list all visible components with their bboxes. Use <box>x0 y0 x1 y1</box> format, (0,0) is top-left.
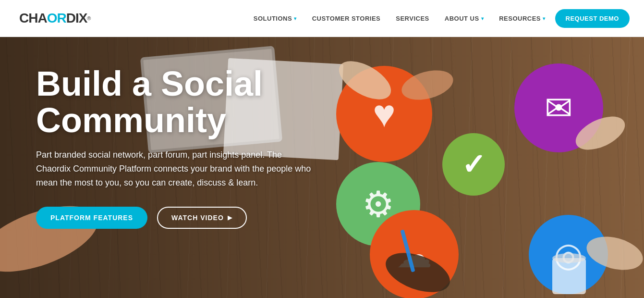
email-circle-decoration <box>514 63 603 152</box>
check-circle-decoration <box>442 133 505 196</box>
nav-services[interactable]: SERVICES <box>390 11 435 26</box>
watch-video-label: WATCH VIDEO <box>171 214 224 222</box>
logo-or: OR <box>47 11 66 26</box>
request-demo-button[interactable]: REQUEST DEMO <box>555 9 630 28</box>
hero-content: Build a Social Community Part branded so… <box>36 66 343 229</box>
wifi-circle-decoration <box>529 215 608 294</box>
nav-about-us[interactable]: ABOUT US ▾ <box>439 11 489 26</box>
chevron-down-icon: ▾ <box>294 16 297 21</box>
logo[interactable]: CHAORDIX® <box>19 11 90 26</box>
main-nav: SOLUTIONS ▾ CUSTOMER STORIES SERVICES AB… <box>248 9 630 28</box>
logo-reg: ® <box>87 15 90 21</box>
header: CHAORDIX® SOLUTIONS ▾ CUSTOMER STORIES S… <box>0 0 644 37</box>
hero-section: Build a Social Community Part branded so… <box>0 37 644 298</box>
chevron-down-icon: ▾ <box>543 16 546 21</box>
heart-circle-decoration <box>336 66 432 162</box>
hero-title: Build a Social Community <box>36 66 343 138</box>
nav-resources[interactable]: RESOURCES ▾ <box>493 11 551 26</box>
nav-customer-stories[interactable]: CUSTOMER STORIES <box>306 11 387 26</box>
watch-video-button[interactable]: WATCH VIDEO ▶ <box>157 207 247 229</box>
nav-solutions[interactable]: SOLUTIONS ▾ <box>248 11 303 26</box>
hero-description: Part branded social network, part forum,… <box>36 148 315 189</box>
cloud-circle-decoration <box>370 210 459 298</box>
platform-features-button[interactable]: PLATFORM FEATURES <box>36 207 147 229</box>
chevron-down-icon: ▾ <box>481 16 484 21</box>
hero-buttons: PLATFORM FEATURES WATCH VIDEO ▶ <box>36 207 343 229</box>
logo-dix: DIX <box>66 11 87 26</box>
play-icon: ▶ <box>228 214 232 221</box>
logo-cha: CHA <box>19 11 47 26</box>
